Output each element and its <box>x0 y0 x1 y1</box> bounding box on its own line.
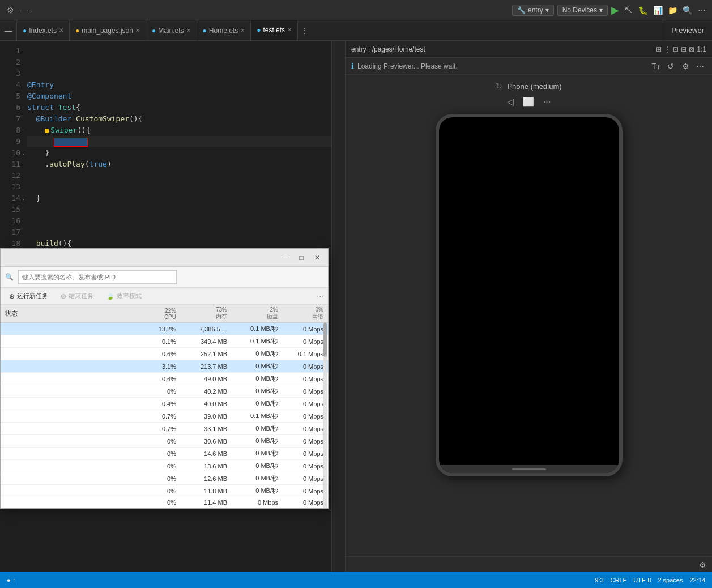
path-icon-5[interactable]: ⊠ <box>689 45 694 53</box>
refresh-icon[interactable]: ↺ <box>664 60 677 73</box>
tm-end-task-button[interactable]: ⊘ 结束任务 <box>57 290 97 302</box>
collapse-sidebar-icon[interactable]: — <box>18 5 29 16</box>
format-icon[interactable]: Tт <box>650 60 662 73</box>
previewer-settings-icon[interactable]: ⚙ <box>699 560 706 569</box>
status-encoding[interactable]: UTF-8 <box>633 577 651 583</box>
row-net: 0 Mbps <box>278 463 323 470</box>
tab-icon: ● <box>75 27 79 35</box>
row-mem: 14.6 MB <box>176 450 227 457</box>
table-row[interactable]: 0% 13.6 MB 0 MB/秒 0 Mbps <box>1 460 328 472</box>
row-mem: 40.2 MB <box>176 388 227 395</box>
tab-close-icon[interactable]: ✕ <box>240 27 245 33</box>
entry-label: entry <box>528 6 543 14</box>
row-net: 0 Mbps <box>278 488 323 495</box>
table-row[interactable]: 0% 14.6 MB 0 MB/秒 0 Mbps <box>1 448 328 460</box>
code-line-close2: ▶ } <box>27 193 345 204</box>
table-row[interactable]: 0.7% 33.1 MB 0 MB/秒 0 Mbps <box>1 423 328 435</box>
code-line-cursor[interactable] <box>27 136 345 147</box>
table-row[interactable]: 0% 40.2 MB 0 MB/秒 0 Mbps <box>1 385 328 398</box>
phone-home-bar <box>512 468 546 470</box>
table-row[interactable]: 0.6% 252.1 MB 0 MB/秒 0.1 Mbps <box>1 348 328 360</box>
path-icon-6[interactable]: 1:1 <box>697 45 706 53</box>
tm-toolbar: ⊕ 运行新任务 ⊘ 结束任务 🍃 效率模式 ··· <box>1 288 328 305</box>
settings-icon[interactable]: ⚙ <box>5 5 16 16</box>
row-disk: 0 MB/秒 <box>227 387 278 395</box>
status-line-ending[interactable]: CRLF <box>611 577 627 583</box>
tab-close-icon[interactable]: ✕ <box>135 27 140 33</box>
previewer-tab[interactable]: Previewer <box>663 20 712 40</box>
entry-button[interactable]: 🔧 entry ▾ <box>512 5 554 16</box>
table-row[interactable]: 0.4% 40.0 MB 0 MB/秒 0 Mbps <box>1 398 328 410</box>
row-mem: 40.0 MB <box>176 400 227 407</box>
row-net: 0 Mbps <box>278 499 323 506</box>
table-row[interactable]: 0.1% 349.4 MB 0.1 MB/秒 0 Mbps <box>1 335 328 348</box>
more-tabs-button[interactable]: ⋮ <box>298 20 312 40</box>
code-line-build: build(){ <box>27 238 345 249</box>
row-net: 0 Mbps <box>278 376 323 382</box>
row-mem: 12.6 MB <box>176 475 227 482</box>
tm-summary-row: 状态 22% CPU 73% 内存 2% 磁盘 0% 网络 <box>1 305 328 323</box>
rotate-button[interactable]: ⬜ <box>523 96 534 107</box>
tab-home-ets[interactable]: ● Home.ets ✕ <box>197 20 251 40</box>
tab-main-pages-json[interactable]: ● main_pages.json ✕ <box>70 20 146 40</box>
run-button[interactable]: ▶ <box>611 4 619 16</box>
table-row[interactable]: 0% 11.4 MB 0 Mbps 0 Mbps <box>1 497 328 508</box>
tm-search-input[interactable] <box>18 270 177 284</box>
tab-close-icon[interactable]: ✕ <box>186 27 191 33</box>
row-cpu: 0% <box>131 488 176 495</box>
previewer-topbar: ℹ Loading Previewer... Please wait. Tт ↺… <box>346 58 712 75</box>
tab-test-ets[interactable]: ● test.ets ✕ <box>251 20 298 40</box>
path-icon-2[interactable]: ⋮ <box>664 45 671 53</box>
device-label-row: ↻ Phone (medium) <box>496 82 561 91</box>
search-icon[interactable]: 🔍 <box>681 5 693 16</box>
tab-main-ets[interactable]: ● Main.ets ✕ <box>146 20 197 40</box>
table-row[interactable]: 13.2% 7,386.5 ... 0.1 MB/秒 0 Mbps <box>1 323 328 335</box>
tm-maximize-button[interactable]: □ <box>295 252 308 264</box>
code-line-empty1 <box>27 170 345 181</box>
tm-more-button[interactable]: ··· <box>317 292 323 301</box>
folder-icon[interactable]: 📁 <box>667 5 678 16</box>
tm-scrollbar[interactable] <box>323 323 327 508</box>
loading-text: Loading Previewer... Please wait. <box>357 62 458 70</box>
more-device-button[interactable]: ··· <box>543 96 551 107</box>
tm-minimize-button[interactable]: — <box>279 252 292 264</box>
row-cpu: 0.7% <box>131 425 176 432</box>
tm-close-button[interactable]: ✕ <box>311 252 323 264</box>
row-net: 0 Mbps <box>278 425 323 432</box>
row-disk: 0 MB/秒 <box>227 487 278 495</box>
row-disk: 0.1 MB/秒 <box>227 337 278 346</box>
more-toolbar-icon[interactable]: ⋯ <box>696 5 707 16</box>
code-line-close1: ▶ } <box>27 147 345 159</box>
table-row[interactable]: 0% 30.6 MB 0 MB/秒 0 Mbps <box>1 435 328 448</box>
row-disk: 0 MB/秒 <box>227 350 278 358</box>
back-button[interactable]: ◁ <box>507 96 514 107</box>
no-devices-chevron: ▾ <box>599 6 603 14</box>
table-row[interactable]: 0.6% 49.0 MB 0 MB/秒 0 Mbps <box>1 373 328 385</box>
config-icon[interactable]: ⚙ <box>679 60 692 73</box>
tab-close-icon[interactable]: ✕ <box>59 27 63 33</box>
table-row[interactable]: 3.1% 213.7 MB 0 MB/秒 0 Mbps <box>1 360 328 373</box>
table-row[interactable]: 0% 12.6 MB 0 MB/秒 0 Mbps <box>1 472 328 485</box>
path-icon-4[interactable]: ⊟ <box>681 45 687 53</box>
more-preview-icon[interactable]: ⋯ <box>694 60 706 73</box>
no-devices-button[interactable]: No Devices ▾ <box>557 5 608 16</box>
debug-icon[interactable]: 🐛 <box>637 5 649 16</box>
row-disk: 0 MB/秒 <box>227 362 278 370</box>
phone-bottom-bar <box>439 465 619 473</box>
path-icon-1[interactable]: ⊞ <box>656 45 662 53</box>
tm-efficiency-button[interactable]: 🍃 效率模式 <box>102 290 146 302</box>
info-icon: ℹ <box>351 62 354 70</box>
status-spaces[interactable]: 2 spaces <box>658 577 683 583</box>
tab-close-icon[interactable]: ✕ <box>287 27 292 33</box>
row-cpu: 0% <box>131 450 176 457</box>
profile-icon[interactable]: 📊 <box>652 5 663 16</box>
path-icon-3[interactable]: ⊡ <box>673 45 679 53</box>
build-icon[interactable]: ⛏ <box>623 5 634 16</box>
collapse-tabs-button[interactable]: — <box>0 20 17 40</box>
status-position[interactable]: 9:3 <box>595 577 603 583</box>
tab-index-ets[interactable]: ● Index.ets ✕ <box>17 20 70 40</box>
row-cpu: 0.1% <box>131 338 176 345</box>
table-row[interactable]: 0.7% 39.0 MB 0.1 MB/秒 0 Mbps <box>1 410 328 423</box>
table-row[interactable]: 0% 11.8 MB 0 MB/秒 0 Mbps <box>1 485 328 497</box>
tm-run-task-button[interactable]: ⊕ 运行新任务 <box>5 290 52 302</box>
